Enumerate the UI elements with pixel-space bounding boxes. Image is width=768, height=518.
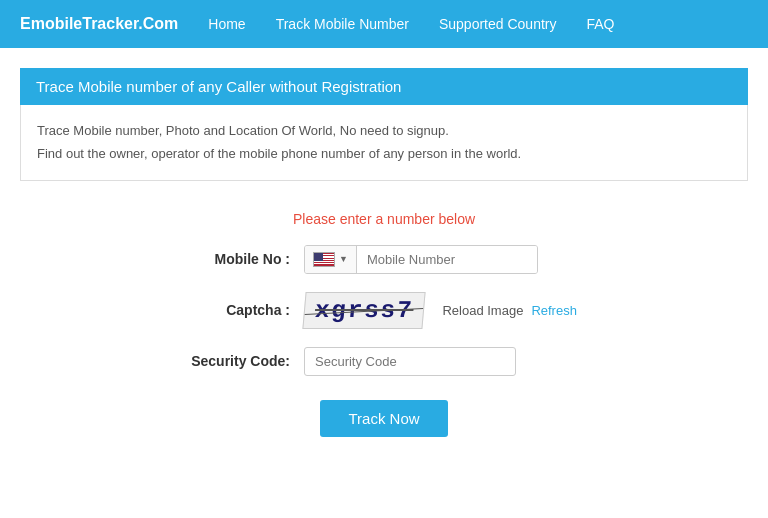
- mobile-input-group: ▼: [304, 245, 538, 274]
- navbar: EmobileTracker.Com Home Track Mobile Num…: [0, 0, 768, 48]
- form-section: Please enter a number below Mobile No : …: [0, 211, 768, 437]
- track-now-button[interactable]: Track Now: [320, 400, 447, 437]
- nav-link-faq[interactable]: FAQ: [586, 16, 614, 32]
- info-line-2: Find out the owner, operator of the mobi…: [37, 142, 731, 165]
- mobile-label: Mobile No :: [174, 251, 304, 267]
- chevron-down-icon: ▼: [339, 254, 348, 264]
- security-code-input[interactable]: [304, 347, 516, 376]
- country-selector[interactable]: ▼: [305, 246, 357, 273]
- mobile-number-input[interactable]: [357, 246, 537, 273]
- button-row: Track Now: [174, 394, 594, 437]
- flag-canton: [314, 253, 323, 261]
- us-flag-icon: [313, 252, 335, 267]
- info-line-1: Trace Mobile number, Photo and Location …: [37, 119, 731, 142]
- captcha-label: Captcha :: [174, 302, 304, 318]
- nav-menu: Home Track Mobile Number Supported Count…: [208, 16, 614, 32]
- security-label: Security Code:: [174, 353, 304, 369]
- captcha-group: xgrss7 Reload Image Refresh: [304, 292, 577, 329]
- site-brand[interactable]: EmobileTracker.Com: [20, 15, 178, 33]
- form-subtitle: Please enter a number below: [293, 211, 475, 227]
- nav-link-country[interactable]: Supported Country: [439, 16, 557, 32]
- nav-link-track[interactable]: Track Mobile Number: [276, 16, 409, 32]
- page-banner: Trace Mobile number of any Caller withou…: [20, 68, 748, 105]
- form-subtitle-text: Please enter a number below: [293, 211, 475, 227]
- captcha-image: xgrss7: [302, 292, 426, 329]
- refresh-link[interactable]: Refresh: [531, 303, 577, 318]
- security-row: Security Code:: [174, 347, 594, 376]
- nav-item-home[interactable]: Home: [208, 16, 245, 32]
- captcha-row: Captcha : xgrss7 Reload Image Refresh: [174, 292, 594, 329]
- nav-item-country[interactable]: Supported Country: [439, 16, 557, 32]
- info-box: Trace Mobile number, Photo and Location …: [20, 105, 748, 181]
- mobile-row: Mobile No : ▼: [174, 245, 594, 274]
- banner-text: Trace Mobile number of any Caller withou…: [36, 78, 401, 95]
- nav-link-home[interactable]: Home: [208, 16, 245, 32]
- nav-item-faq[interactable]: FAQ: [586, 16, 614, 32]
- nav-item-track[interactable]: Track Mobile Number: [276, 16, 409, 32]
- reload-image-text: Reload Image: [442, 303, 523, 318]
